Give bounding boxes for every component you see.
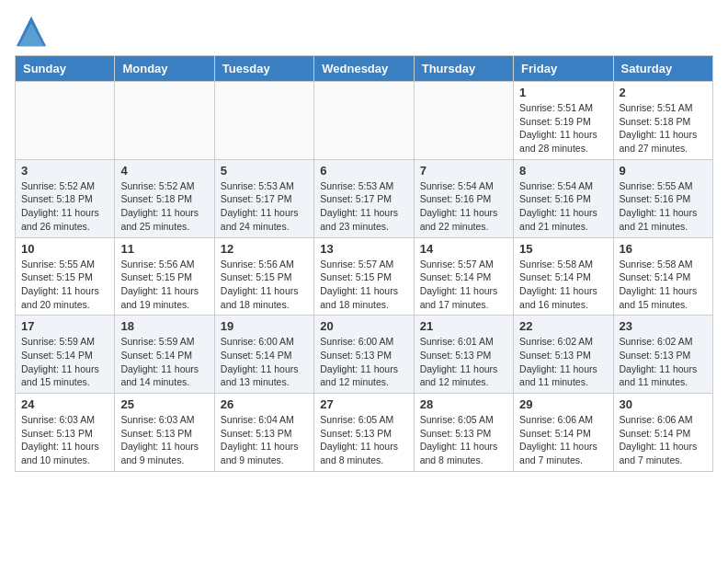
day-info: Sunrise: 6:06 AM Sunset: 5:14 PM Dayligh… xyxy=(519,413,607,467)
calendar-cell: 2Sunrise: 5:51 AM Sunset: 5:18 PM Daylig… xyxy=(613,82,712,160)
day-info: Sunrise: 5:58 AM Sunset: 5:14 PM Dayligh… xyxy=(620,258,707,312)
calendar-week-row: 24Sunrise: 6:03 AM Sunset: 5:13 PM Dayli… xyxy=(16,394,713,472)
day-number: 15 xyxy=(519,242,607,256)
day-info: Sunrise: 5:58 AM Sunset: 5:14 PM Dayligh… xyxy=(519,258,607,312)
calendar-cell: 13Sunrise: 5:57 AM Sunset: 5:15 PM Dayli… xyxy=(314,237,414,316)
calendar-cell: 17Sunrise: 5:59 AM Sunset: 5:14 PM Dayli… xyxy=(16,316,115,394)
day-info: Sunrise: 5:55 AM Sunset: 5:15 PM Dayligh… xyxy=(21,258,108,312)
calendar-cell: 16Sunrise: 5:58 AM Sunset: 5:14 PM Dayli… xyxy=(613,237,712,316)
calendar-cell: 12Sunrise: 5:56 AM Sunset: 5:15 PM Dayli… xyxy=(214,237,313,316)
calendar-cell: 8Sunrise: 5:54 AM Sunset: 5:16 PM Daylig… xyxy=(514,159,613,237)
calendar-cell: 20Sunrise: 6:00 AM Sunset: 5:13 PM Dayli… xyxy=(314,316,414,394)
day-info: Sunrise: 6:06 AM Sunset: 5:14 PM Dayligh… xyxy=(620,413,707,467)
calendar-cell xyxy=(214,82,313,160)
day-number: 17 xyxy=(21,319,108,333)
calendar-cell: 22Sunrise: 6:02 AM Sunset: 5:13 PM Dayli… xyxy=(514,316,613,394)
calendar-cell: 23Sunrise: 6:02 AM Sunset: 5:13 PM Dayli… xyxy=(613,316,712,394)
calendar-cell: 1Sunrise: 5:51 AM Sunset: 5:19 PM Daylig… xyxy=(514,82,613,160)
calendar-cell: 9Sunrise: 5:55 AM Sunset: 5:16 PM Daylig… xyxy=(613,159,712,237)
day-number: 25 xyxy=(120,397,208,411)
calendar-cell xyxy=(414,82,513,160)
calendar-week-row: 17Sunrise: 5:59 AM Sunset: 5:14 PM Dayli… xyxy=(16,316,713,394)
day-info: Sunrise: 5:57 AM Sunset: 5:14 PM Dayligh… xyxy=(420,258,507,312)
calendar-cell: 29Sunrise: 6:06 AM Sunset: 5:14 PM Dayli… xyxy=(514,394,613,472)
day-info: Sunrise: 5:59 AM Sunset: 5:14 PM Dayligh… xyxy=(21,335,108,389)
day-info: Sunrise: 6:05 AM Sunset: 5:13 PM Dayligh… xyxy=(320,413,407,467)
day-number: 23 xyxy=(620,319,707,333)
calendar-cell: 18Sunrise: 5:59 AM Sunset: 5:14 PM Dayli… xyxy=(115,316,214,394)
calendar-week-row: 1Sunrise: 5:51 AM Sunset: 5:19 PM Daylig… xyxy=(16,82,713,160)
day-number: 21 xyxy=(420,319,507,333)
day-info: Sunrise: 6:00 AM Sunset: 5:14 PM Dayligh… xyxy=(221,335,308,389)
day-number: 13 xyxy=(320,242,407,256)
calendar-cell: 25Sunrise: 6:03 AM Sunset: 5:13 PM Dayli… xyxy=(115,394,214,472)
day-info: Sunrise: 6:00 AM Sunset: 5:13 PM Dayligh… xyxy=(320,335,407,389)
calendar-cell: 24Sunrise: 6:03 AM Sunset: 5:13 PM Dayli… xyxy=(16,394,115,472)
day-number: 20 xyxy=(320,319,407,333)
calendar-table: SundayMondayTuesdayWednesdayThursdayFrid… xyxy=(15,55,713,472)
day-info: Sunrise: 5:56 AM Sunset: 5:15 PM Dayligh… xyxy=(221,258,308,312)
calendar-week-row: 10Sunrise: 5:55 AM Sunset: 5:15 PM Dayli… xyxy=(16,237,713,316)
day-info: Sunrise: 6:04 AM Sunset: 5:13 PM Dayligh… xyxy=(221,413,308,467)
day-info: Sunrise: 5:53 AM Sunset: 5:17 PM Dayligh… xyxy=(320,179,407,234)
day-info: Sunrise: 5:56 AM Sunset: 5:15 PM Dayligh… xyxy=(120,258,208,312)
page-header xyxy=(15,15,713,48)
day-number: 7 xyxy=(420,164,507,178)
calendar-cell: 26Sunrise: 6:04 AM Sunset: 5:13 PM Dayli… xyxy=(214,394,313,472)
calendar-day-header: Monday xyxy=(115,56,214,82)
logo-icon xyxy=(15,15,48,48)
day-number: 19 xyxy=(221,319,308,333)
calendar-day-header: Sunday xyxy=(16,56,115,82)
calendar-cell: 11Sunrise: 5:56 AM Sunset: 5:15 PM Dayli… xyxy=(115,237,214,316)
calendar-day-header: Friday xyxy=(514,56,613,82)
day-number: 30 xyxy=(620,397,707,411)
day-number: 28 xyxy=(420,397,507,411)
day-info: Sunrise: 5:51 AM Sunset: 5:18 PM Dayligh… xyxy=(620,101,707,155)
day-number: 18 xyxy=(120,319,208,333)
day-number: 8 xyxy=(519,164,607,178)
day-number: 16 xyxy=(620,242,707,256)
calendar-cell: 28Sunrise: 6:05 AM Sunset: 5:13 PM Dayli… xyxy=(414,394,513,472)
calendar-cell: 5Sunrise: 5:53 AM Sunset: 5:17 PM Daylig… xyxy=(214,159,313,237)
day-info: Sunrise: 6:05 AM Sunset: 5:13 PM Dayligh… xyxy=(420,413,507,467)
calendar-cell: 27Sunrise: 6:05 AM Sunset: 5:13 PM Dayli… xyxy=(314,394,414,472)
day-number: 27 xyxy=(320,397,407,411)
calendar-day-header: Tuesday xyxy=(214,56,313,82)
day-number: 4 xyxy=(120,164,208,178)
day-info: Sunrise: 6:03 AM Sunset: 5:13 PM Dayligh… xyxy=(120,413,208,467)
calendar-cell: 15Sunrise: 5:58 AM Sunset: 5:14 PM Dayli… xyxy=(514,237,613,316)
day-info: Sunrise: 5:59 AM Sunset: 5:14 PM Dayligh… xyxy=(120,335,208,389)
day-info: Sunrise: 5:52 AM Sunset: 5:18 PM Dayligh… xyxy=(120,179,208,234)
calendar-day-header: Saturday xyxy=(613,56,712,82)
calendar-day-header: Thursday xyxy=(414,56,513,82)
day-number: 2 xyxy=(620,86,707,99)
day-number: 6 xyxy=(320,164,407,178)
day-number: 1 xyxy=(519,86,607,99)
day-info: Sunrise: 5:52 AM Sunset: 5:18 PM Dayligh… xyxy=(21,179,108,234)
day-number: 22 xyxy=(519,319,607,333)
day-number: 26 xyxy=(221,397,308,411)
day-number: 12 xyxy=(221,242,308,256)
day-info: Sunrise: 6:01 AM Sunset: 5:13 PM Dayligh… xyxy=(420,335,507,389)
day-info: Sunrise: 6:02 AM Sunset: 5:13 PM Dayligh… xyxy=(620,335,707,389)
calendar-cell xyxy=(115,82,214,160)
calendar-cell: 6Sunrise: 5:53 AM Sunset: 5:17 PM Daylig… xyxy=(314,159,414,237)
day-info: Sunrise: 5:55 AM Sunset: 5:16 PM Dayligh… xyxy=(620,179,707,234)
day-info: Sunrise: 6:02 AM Sunset: 5:13 PM Dayligh… xyxy=(519,335,607,389)
calendar-cell: 30Sunrise: 6:06 AM Sunset: 5:14 PM Dayli… xyxy=(613,394,712,472)
calendar-cell: 14Sunrise: 5:57 AM Sunset: 5:14 PM Dayli… xyxy=(414,237,513,316)
day-info: Sunrise: 5:51 AM Sunset: 5:19 PM Dayligh… xyxy=(519,101,607,155)
day-number: 24 xyxy=(21,397,108,411)
calendar-cell: 10Sunrise: 5:55 AM Sunset: 5:15 PM Dayli… xyxy=(16,237,115,316)
day-info: Sunrise: 5:57 AM Sunset: 5:15 PM Dayligh… xyxy=(320,258,407,312)
calendar-cell: 4Sunrise: 5:52 AM Sunset: 5:18 PM Daylig… xyxy=(115,159,214,237)
calendar-day-header: Wednesday xyxy=(314,56,414,82)
calendar-cell xyxy=(314,82,414,160)
day-number: 14 xyxy=(420,242,507,256)
calendar-cell: 21Sunrise: 6:01 AM Sunset: 5:13 PM Dayli… xyxy=(414,316,513,394)
day-number: 9 xyxy=(620,164,707,178)
logo xyxy=(15,15,53,48)
calendar-cell: 7Sunrise: 5:54 AM Sunset: 5:16 PM Daylig… xyxy=(414,159,513,237)
day-number: 11 xyxy=(120,242,208,256)
calendar-cell xyxy=(16,82,115,160)
